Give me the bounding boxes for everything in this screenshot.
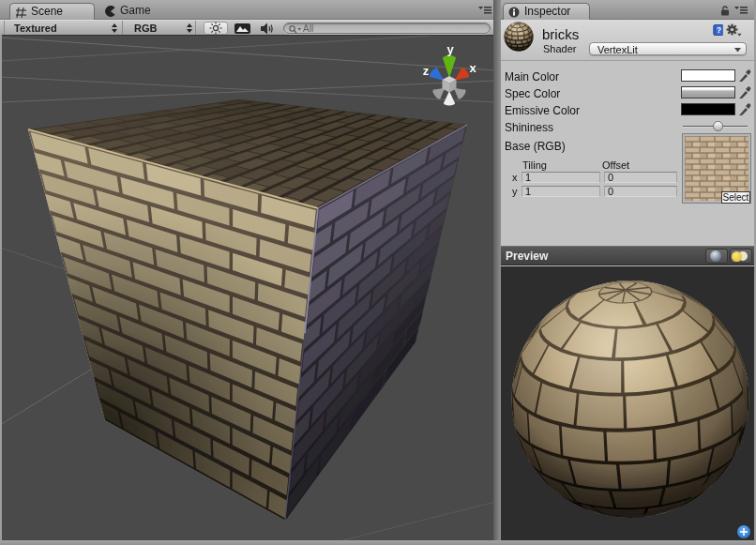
svg-text:?: ? — [717, 25, 721, 35]
svg-text:y: y — [446, 42, 454, 56]
svg-text:x: x — [469, 61, 476, 75]
svg-text:z: z — [423, 64, 430, 78]
